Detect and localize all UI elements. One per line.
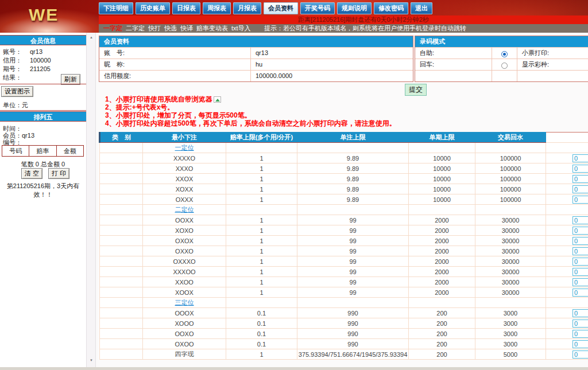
empty-cell bbox=[475, 143, 546, 153]
rebate-input[interactable] bbox=[572, 278, 588, 286]
row-spacer-cell bbox=[100, 318, 143, 329]
odds-limit-cell: 99 bbox=[297, 236, 409, 246]
nav-button-日报表[interactable]: 日报表 bbox=[172, 2, 200, 14]
row-spacer-cell bbox=[100, 256, 143, 267]
rebate-input[interactable] bbox=[572, 227, 588, 235]
section-cell: 一定位 bbox=[143, 143, 226, 153]
subnav-item-一字定[interactable]: 一字定 bbox=[103, 24, 122, 33]
subnav-item-赔率变动表[interactable]: 赔率变动表 bbox=[196, 24, 228, 33]
nav-button-开奖号码[interactable]: 开奖号码 bbox=[300, 2, 335, 14]
rebate-input[interactable] bbox=[572, 289, 588, 297]
subnav-item-快译[interactable]: 快译 bbox=[180, 24, 193, 33]
subnav-item-快打[interactable]: 快打 bbox=[148, 24, 161, 33]
sidebar: 会员信息 账号：qr13信用：100000期号：211205结果： 刷新 设置图… bbox=[0, 33, 86, 367]
info-label: 信用： bbox=[3, 56, 22, 65]
period-limit-cell: 100000 bbox=[475, 194, 546, 205]
rebate-input[interactable] bbox=[572, 309, 588, 317]
game-title-header: 排列五 bbox=[0, 111, 86, 122]
odds-limit-cell: 990 bbox=[297, 308, 409, 318]
mode-label-2: 小票打印: bbox=[517, 48, 588, 59]
settings-diagram-button[interactable]: 设置图示 bbox=[1, 86, 33, 97]
mode-radio-cell bbox=[492, 71, 517, 81]
row-spacer-cell bbox=[100, 163, 143, 174]
section-link-一定位[interactable]: 一定位 bbox=[175, 144, 194, 151]
category-cell: OXOO bbox=[143, 339, 226, 349]
rebate-input[interactable] bbox=[572, 268, 588, 276]
nav-button-修改密码[interactable]: 修改密码 bbox=[374, 2, 408, 14]
scroll-down-icon[interactable]: ▼ bbox=[88, 357, 95, 363]
rebate-input[interactable] bbox=[572, 185, 588, 193]
rebate-input[interactable] bbox=[572, 216, 588, 224]
sidebar-scrollbar[interactable]: ▲ ▼ bbox=[86, 33, 96, 367]
category-cell: OOXX bbox=[143, 215, 226, 225]
warning-line: 1、小票打印请使用系统自带浏览器 bbox=[105, 95, 396, 103]
min-bet-cell: 1 bbox=[226, 236, 297, 246]
rebate-input[interactable] bbox=[572, 330, 588, 338]
period-limit-cell: 3000 bbox=[475, 329, 546, 339]
mode-label-2: 显示彩种: bbox=[517, 59, 588, 70]
mode-radio[interactable] bbox=[501, 51, 508, 57]
subnav-item-快选[interactable]: 快选 bbox=[164, 24, 177, 33]
profile-panel-header: 会员资料 bbox=[99, 36, 413, 47]
rebate-input[interactable] bbox=[572, 237, 588, 245]
single-limit-cell: 200 bbox=[409, 318, 475, 329]
print-button[interactable]: 打 印 bbox=[48, 168, 69, 179]
rebate-input[interactable] bbox=[572, 350, 588, 359]
empty-cell bbox=[546, 298, 588, 308]
section-link-二定位[interactable]: 二定位 bbox=[175, 206, 194, 213]
nav-button-会员资料[interactable]: 会员资料 bbox=[264, 2, 298, 14]
warning-line: 3、小票打印处，增加了分页，每页显示500笔。 bbox=[105, 111, 396, 119]
rebate-input[interactable] bbox=[572, 340, 588, 348]
rebate-input[interactable] bbox=[572, 258, 588, 266]
odds-limit-cell: 990 bbox=[297, 329, 409, 339]
empty-cell bbox=[297, 143, 409, 153]
rebate-input[interactable] bbox=[572, 320, 588, 328]
category-cell: OXOX bbox=[143, 236, 226, 246]
submit-button[interactable]: 提交 bbox=[405, 84, 427, 96]
odds-limit-cell: 99 bbox=[297, 277, 409, 287]
info-value: qr13 bbox=[30, 48, 42, 56]
subnav-item-二字定[interactable]: 二字定 bbox=[126, 24, 145, 33]
rebate-input[interactable] bbox=[572, 165, 588, 173]
nav-button-月报表[interactable]: 月报表 bbox=[233, 2, 261, 14]
row-spacer-cell bbox=[100, 205, 143, 215]
section-link-三定位[interactable]: 三定位 bbox=[175, 299, 194, 306]
mode-label-2 bbox=[517, 71, 588, 81]
row-spacer-cell bbox=[100, 236, 143, 246]
min-bet-cell: 1 bbox=[226, 163, 297, 174]
rebate-input[interactable] bbox=[572, 154, 588, 162]
mode-label bbox=[415, 71, 492, 81]
min-bet-cell: 1 bbox=[226, 215, 297, 225]
single-limit-cell: 2000 bbox=[409, 225, 475, 236]
rebate-cell bbox=[546, 174, 588, 184]
single-limit-cell: 2000 bbox=[409, 246, 475, 256]
nav-button-退出[interactable]: 退出 bbox=[411, 2, 432, 14]
single-limit-cell: 10000 bbox=[409, 153, 475, 163]
nav-button-下注明细[interactable]: 下注明细 bbox=[99, 2, 133, 14]
odds-row: XOXO199200030000 bbox=[100, 225, 588, 236]
info-label: 期号： bbox=[3, 65, 22, 73]
subnav-item-txt导入[interactable]: txt导入 bbox=[231, 24, 251, 33]
empty-cell bbox=[409, 298, 475, 308]
scroll-up-icon[interactable]: ▲ bbox=[88, 34, 95, 40]
profile-value: qr13 bbox=[251, 48, 413, 59]
nav-button-周报表[interactable]: 周报表 bbox=[203, 2, 231, 14]
nav-button-规则说明[interactable]: 规则说明 bbox=[337, 2, 372, 14]
warning-list: 1、小票打印请使用系统自带浏览器2、提示:+号代表x号。3、小票打印处，增加了分… bbox=[105, 95, 396, 127]
row-spacer-cell bbox=[100, 349, 143, 360]
odds-row: XXXXO19.8910000100000 bbox=[100, 153, 588, 163]
clear-button[interactable]: 清 空 bbox=[21, 168, 42, 179]
rebate-input[interactable] bbox=[572, 175, 588, 183]
empty-cell bbox=[546, 205, 588, 215]
odds-limit-cell: 99 bbox=[297, 256, 409, 267]
nav-button-历史账单[interactable]: 历史账单 bbox=[136, 2, 170, 14]
rebate-input[interactable] bbox=[572, 247, 588, 255]
info-row: 信用：100000 bbox=[0, 56, 86, 65]
mode-radio[interactable] bbox=[501, 63, 508, 69]
bet-col-号码: 号码 bbox=[2, 146, 29, 157]
row-spacer-cell bbox=[100, 153, 143, 163]
rebate-input[interactable] bbox=[572, 196, 588, 204]
odds-limit-cell: 375.93394/751.66674/1945/375.93394 bbox=[297, 349, 409, 360]
category-cell: OOOX bbox=[143, 308, 226, 318]
min-bet-cell: 1 bbox=[226, 194, 297, 205]
